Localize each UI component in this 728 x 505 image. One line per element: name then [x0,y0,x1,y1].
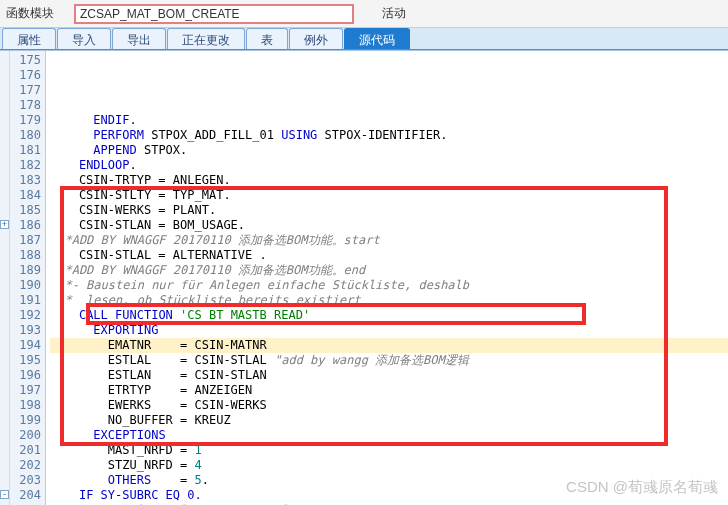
code-line: EXCEPTIONS [50,428,728,443]
code-line: CSIN-WERKS = PLANT. [50,203,728,218]
tab-表[interactable]: 表 [246,28,288,49]
code-line: * lesen, ob Stückliste bereits existiert [50,293,728,308]
tabstrip: 属性导入导出正在更改表例外源代码 [0,28,728,50]
code-line: NO_BUFFER = KREUZ [50,413,728,428]
code-line: CSIN-STLTY = TYP_MAT. [50,188,728,203]
line-number-gutter: 175 176 177 178 179 180 181 182 183 184 … [10,51,46,505]
code-line: ENDIF. [50,113,728,128]
tab-属性[interactable]: 属性 [2,28,56,49]
status-label: 活动 [382,5,406,22]
code-line: EWERKS = CSIN-WERKS [50,398,728,413]
code-line: APPEND STPOX. [50,143,728,158]
code-line: IF SY-SUBRC EQ 0. [50,488,728,503]
code-editor: +- 175 176 177 178 179 180 181 182 183 1… [0,50,728,505]
tab-源代码[interactable]: 源代码 [344,28,410,49]
code-line: EXPORTING [50,323,728,338]
code-line: ESTLAN = CSIN-STLAN [50,368,728,383]
module-label: 函数模块 [6,5,74,22]
code-line: CSIN-STLAL = ALTERNATIVE . [50,248,728,263]
code-line: PERFORM STPOX_ADD_FILL_01 USING STPOX-ID… [50,128,728,143]
code-line: *ADD BY WNAGGF 20170110 添加备选BOM功能。end [50,263,728,278]
tab-导入[interactable]: 导入 [57,28,111,49]
module-name-input[interactable] [74,4,354,24]
code-line: EMATNR = CSIN-MATNR [50,338,728,353]
tab-例外[interactable]: 例外 [289,28,343,49]
tab-导出[interactable]: 导出 [112,28,166,49]
tab-正在更改[interactable]: 正在更改 [167,28,245,49]
code-area[interactable]: ENDIF. PERFORM STPOX_ADD_FILL_01 USING S… [46,51,728,505]
code-line: ETRTYP = ANZEIGEN [50,383,728,398]
code-line: *ADD BY WNAGGF 20170110 添加备选BOM功能。start [50,233,728,248]
fold-mark[interactable]: - [0,490,9,499]
fold-mark[interactable]: + [0,220,9,229]
code-line: *- Baustein nur für Anlegen einfache Stü… [50,278,728,293]
code-line: STZU_NRFD = 4 [50,458,728,473]
code-line: MAST_NRFD = 1 [50,443,728,458]
code-line: ENDLOOP. [50,158,728,173]
code-line: CSIN-STLAN = BOM_USAGE. [50,218,728,233]
code-line: CSIN-TRTYP = ANLEGEN. [50,173,728,188]
fold-gutter: +- [0,51,10,505]
code-line: CALL FUNCTION 'CS_BT_MASTB_READ' [50,308,728,323]
code-line: OTHERS = 5. [50,473,728,488]
code-line: ESTLAL = CSIN-STLAL "add by wangg 添加备选BO… [50,353,728,368]
header-row: 函数模块 活动 [0,0,728,28]
